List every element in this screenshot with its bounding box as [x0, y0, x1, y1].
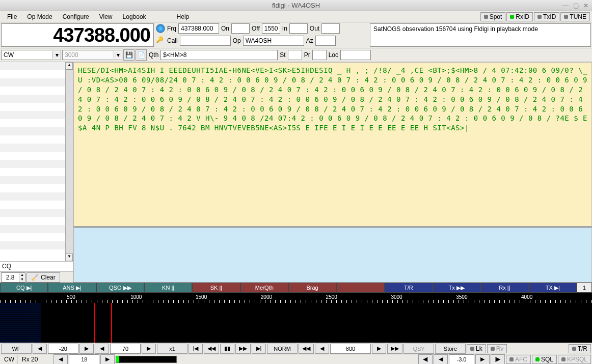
- rx-text-panel[interactable]: HESE/DI<HM>AI4SIH I EEEDEUHTI5IAE-H6NE<V…: [73, 62, 592, 227]
- loc-input[interactable]: [340, 50, 371, 60]
- down-arrow-icon[interactable]: ▼: [19, 277, 25, 282]
- status-sql-value[interactable]: -3.0: [449, 354, 474, 365]
- freq-left-button[interactable]: ◀: [315, 344, 329, 354]
- macro-cq[interactable]: CQ ▶|: [0, 283, 48, 293]
- list-item[interactable]: [0, 201, 65, 209]
- tx-text-panel[interactable]: [73, 227, 592, 283]
- wpm-right-button[interactable]: ▶: [100, 354, 115, 365]
- chevron-down-icon[interactable]: ▾: [52, 51, 61, 59]
- wf-nav-prev[interactable]: ◀◀: [204, 344, 219, 354]
- lvl-value[interactable]: -20: [48, 344, 78, 354]
- menu-configure[interactable]: Configure: [58, 12, 94, 21]
- qsy-button[interactable]: QSY: [403, 344, 434, 354]
- afc-button[interactable]: AFC: [506, 355, 531, 364]
- frq-input[interactable]: [178, 23, 219, 34]
- maximize-icon[interactable]: ▢: [572, 2, 580, 10]
- call-input[interactable]: [180, 36, 231, 46]
- list-item[interactable]: [0, 135, 65, 144]
- macro-tx2[interactable]: TX ▶|: [529, 283, 577, 293]
- qth-input[interactable]: [160, 50, 278, 60]
- pr-input[interactable]: [312, 50, 327, 60]
- wpm-left-button[interactable]: ◀: [53, 354, 68, 365]
- sql-first-button[interactable]: ◀|: [418, 354, 433, 365]
- macro-brag[interactable]: Brag: [288, 283, 336, 293]
- in-input[interactable]: [289, 23, 308, 34]
- list-item[interactable]: [0, 103, 65, 111]
- list-item[interactable]: [0, 95, 65, 103]
- wpm-input[interactable]: [2, 273, 19, 282]
- wf-button[interactable]: WF: [1, 344, 32, 354]
- list-item[interactable]: [0, 192, 65, 201]
- list-item[interactable]: [0, 160, 65, 168]
- bandwidth-input[interactable]: [63, 50, 114, 60]
- macro-kn[interactable]: KN ||: [144, 283, 192, 293]
- list-item[interactable]: [0, 87, 65, 95]
- list-item[interactable]: [0, 249, 65, 258]
- macro-sk[interactable]: SK ||: [192, 283, 240, 293]
- wf-nav-center[interactable]: ▮▮: [220, 344, 234, 354]
- rxid-button[interactable]: RxID: [506, 12, 533, 21]
- sql-last-button[interactable]: |▶: [491, 354, 505, 365]
- mode-combo[interactable]: ▾: [1, 50, 61, 60]
- macro-tx[interactable]: Tx ▶▶: [433, 283, 480, 293]
- lvl-right-button[interactable]: ▶: [79, 344, 94, 354]
- list-item[interactable]: [0, 127, 65, 135]
- globe-icon[interactable]: [156, 24, 165, 33]
- menu-help[interactable]: Help: [172, 12, 195, 21]
- list-item[interactable]: [0, 78, 65, 87]
- sql-button[interactable]: SQL: [532, 355, 557, 364]
- tr-button[interactable]: T/R: [569, 344, 591, 353]
- lvl-left-button[interactable]: ◀: [33, 344, 47, 354]
- list-item[interactable]: [0, 168, 65, 176]
- scroll-down-icon[interactable]: ▼: [66, 254, 73, 261]
- kpsql-button[interactable]: KPSQL: [558, 355, 591, 364]
- waterfall-display[interactable]: [0, 303, 592, 343]
- freq-right-button[interactable]: ▶: [372, 344, 386, 354]
- list-item[interactable]: [0, 152, 65, 160]
- list-item[interactable]: [0, 62, 65, 70]
- list-item[interactable]: [0, 241, 65, 249]
- menu-logbook[interactable]: Logbook: [118, 12, 151, 21]
- list-item[interactable]: [0, 111, 65, 119]
- clear-log-button[interactable]: 📄: [136, 49, 147, 61]
- list-item[interactable]: [0, 225, 65, 233]
- clear-button[interactable]: 🧹Clear: [26, 272, 60, 283]
- freq-last-button[interactable]: ▶▶: [387, 344, 402, 354]
- list-item[interactable]: [0, 217, 65, 225]
- norm-button[interactable]: NORM: [267, 344, 298, 354]
- wf-freq-value[interactable]: 800: [330, 344, 371, 354]
- macro-ans[interactable]: ANS ▶|: [48, 283, 96, 293]
- waterfall-cursor[interactable]: [94, 303, 112, 343]
- macro-bank[interactable]: 1: [577, 283, 592, 293]
- status-mode[interactable]: CW: [1, 355, 18, 364]
- frequency-ruler[interactable]: 500 1000 1500 2000 2500 3000 3500 4000: [0, 293, 592, 303]
- menu-file[interactable]: File: [2, 12, 22, 21]
- tune-button[interactable]: TUNE: [560, 12, 590, 21]
- lk-button[interactable]: Lk: [467, 344, 486, 353]
- wpm-spinner[interactable]: ▲▼: [1, 272, 25, 283]
- status-wpm[interactable]: 18: [69, 354, 99, 365]
- out-input[interactable]: [321, 23, 340, 34]
- frequency-display[interactable]: 437388.000: [1, 23, 154, 47]
- scroll-track[interactable]: [66, 70, 73, 254]
- bandwidth-combo[interactable]: ▾: [62, 50, 122, 60]
- speed-left-button[interactable]: ◀: [95, 344, 109, 354]
- menu-opmode[interactable]: Op Mode: [22, 12, 57, 21]
- off-input[interactable]: [262, 23, 280, 34]
- sql-right-button[interactable]: ▶: [475, 354, 490, 365]
- wf-nav-first[interactable]: |◀: [189, 344, 203, 354]
- on-input[interactable]: [231, 23, 250, 34]
- rv-button[interactable]: Rv: [487, 344, 507, 353]
- macro-meqth[interactable]: Me/Qth: [240, 283, 288, 293]
- sql-left-button[interactable]: ◀: [434, 354, 448, 365]
- list-item[interactable]: [0, 119, 65, 127]
- speed-right-button[interactable]: ▶: [142, 344, 156, 354]
- list-item[interactable]: [0, 176, 65, 184]
- key-icon[interactable]: 🔑: [156, 36, 165, 45]
- channels-list[interactable]: [0, 62, 65, 261]
- list-item[interactable]: [0, 233, 65, 241]
- up-arrow-icon[interactable]: ▲: [19, 273, 25, 277]
- close-icon[interactable]: ✕: [582, 2, 590, 10]
- wf-nav-last[interactable]: ▶|: [252, 344, 266, 354]
- list-item[interactable]: [0, 144, 65, 152]
